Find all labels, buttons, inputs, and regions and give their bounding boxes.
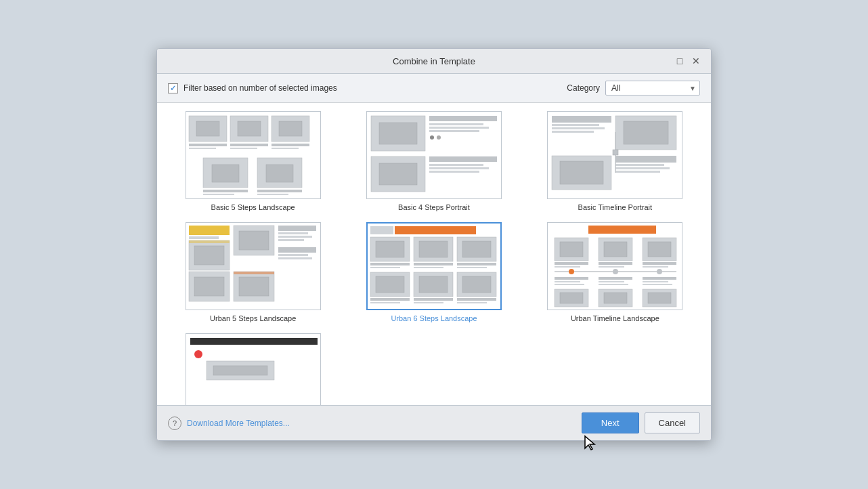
svg-rect-111 [643, 266, 668, 268]
svg-rect-94 [414, 298, 453, 301]
footer-right: Next Cancel [582, 412, 700, 433]
svg-point-115 [657, 269, 662, 274]
template-item-urban5land[interactable]: Urban 5 Steps Landscape [168, 222, 338, 322]
svg-rect-6 [279, 121, 302, 136]
svg-rect-2 [196, 121, 219, 136]
svg-rect-32 [429, 156, 497, 162]
svg-rect-64 [278, 236, 312, 238]
svg-rect-67 [278, 254, 308, 256]
svg-rect-87 [376, 276, 404, 293]
close-button[interactable]: ✕ [691, 56, 701, 66]
svg-rect-55 [194, 246, 224, 265]
svg-rect-120 [599, 281, 624, 282]
template-thumb-urban6land [366, 222, 502, 310]
svg-rect-116 [555, 277, 588, 280]
svg-rect-123 [643, 281, 668, 282]
svg-rect-75 [376, 241, 404, 257]
svg-rect-41 [552, 127, 605, 129]
svg-rect-124 [643, 284, 672, 285]
template-name-urban5land: Urban 5 Steps Landscape [210, 314, 296, 322]
svg-rect-42 [552, 131, 594, 133]
template-name-basic5land: Basic 5 Steps Landscape [211, 203, 295, 211]
svg-rect-12 [272, 148, 299, 149]
filter-right: Category All Basic Urban Modern ▼ [567, 81, 700, 95]
svg-rect-50 [613, 150, 618, 155]
svg-rect-33 [429, 164, 483, 166]
template-item-basictimelineportrait[interactable]: Basic Timeline Portrait [530, 111, 700, 211]
svg-rect-89 [419, 276, 448, 293]
template-thumb-basictimelineportrait [547, 111, 682, 199]
svg-rect-118 [555, 284, 584, 285]
svg-rect-7 [189, 144, 227, 146]
svg-point-28 [430, 135, 434, 140]
svg-rect-85 [457, 267, 487, 268]
combine-in-template-dialog: Combine in Template □ ✕ ✓ Filter based o… [156, 48, 712, 441]
templates-content-area[interactable]: Basic 5 Steps Landscape [157, 103, 711, 405]
filter-left: ✓ Filter based on number of selected ima… [168, 83, 337, 93]
svg-rect-68 [278, 257, 312, 259]
svg-rect-11 [272, 144, 309, 146]
template-thumb-last [186, 333, 321, 405]
svg-rect-83 [414, 267, 443, 268]
svg-rect-27 [429, 130, 479, 132]
cancel-button[interactable]: Cancel [645, 412, 700, 433]
svg-rect-59 [239, 231, 269, 250]
svg-rect-62 [278, 226, 316, 231]
svg-rect-130 [648, 293, 671, 303]
help-button[interactable]: ? [168, 417, 181, 430]
svg-rect-23 [379, 123, 417, 144]
template-item-last[interactable] [168, 333, 338, 405]
svg-rect-119 [599, 277, 632, 280]
svg-rect-103 [604, 242, 627, 257]
template-item-basic5land[interactable]: Basic 5 Steps Landscape [168, 111, 338, 211]
footer-bar: ? Download More Templates... Next Cancel [157, 405, 711, 440]
svg-rect-77 [419, 241, 448, 257]
template-item-urban6land[interactable]: Urban 6 Steps Landscape [349, 222, 519, 322]
svg-rect-57 [194, 277, 224, 296]
svg-rect-80 [370, 263, 410, 265]
svg-point-29 [437, 135, 441, 140]
svg-rect-101 [560, 242, 583, 257]
maximize-button[interactable]: □ [674, 56, 685, 66]
svg-rect-38 [624, 121, 668, 144]
svg-rect-53 [189, 236, 219, 239]
svg-rect-65 [278, 239, 304, 241]
svg-rect-9 [230, 144, 268, 146]
svg-rect-26 [429, 127, 489, 129]
template-name-basic4portrait: Basic 4 Steps Portrait [398, 203, 470, 211]
svg-rect-70 [234, 272, 274, 274]
svg-rect-63 [278, 232, 308, 234]
filter-label: Filter based on number of selected image… [183, 83, 337, 93]
next-button[interactable]: Next [582, 412, 639, 433]
svg-rect-105 [648, 242, 671, 257]
download-templates-link[interactable]: Download More Templates... [187, 419, 290, 428]
svg-rect-66 [278, 247, 316, 253]
filter-checkbox[interactable]: ✓ [168, 83, 178, 93]
template-thumb-basic5land [186, 111, 321, 199]
title-bar-controls: □ ✕ [674, 56, 701, 66]
templates-grid: Basic 5 Steps Landscape [168, 111, 700, 405]
svg-rect-93 [370, 302, 400, 303]
svg-rect-132 [190, 338, 318, 345]
template-name-urbantimelineland: Urban Timeline Landscape [571, 314, 659, 322]
svg-rect-18 [203, 194, 234, 195]
svg-rect-73 [370, 226, 393, 234]
template-thumb-urbantimelineland [547, 222, 682, 310]
svg-rect-61 [239, 277, 269, 296]
svg-rect-39 [552, 116, 611, 123]
svg-rect-108 [599, 262, 632, 265]
svg-rect-106 [555, 262, 588, 265]
svg-rect-110 [643, 262, 676, 265]
template-item-basic4portrait[interactable]: Basic 4 Steps Portrait [349, 111, 519, 211]
svg-rect-35 [429, 171, 479, 173]
svg-rect-31 [379, 163, 417, 185]
svg-rect-79 [462, 241, 491, 257]
svg-rect-91 [462, 276, 491, 293]
svg-rect-47 [615, 167, 670, 169]
svg-rect-40 [552, 124, 599, 126]
title-bar: Combine in Template □ ✕ [157, 49, 711, 74]
template-name-basictimelineportrait: Basic Timeline Portrait [578, 203, 652, 211]
svg-rect-128 [604, 293, 627, 303]
category-select[interactable]: All Basic Urban Modern [605, 81, 700, 95]
template-item-urbantimelineland[interactable]: Urban Timeline Landscape [530, 222, 700, 322]
